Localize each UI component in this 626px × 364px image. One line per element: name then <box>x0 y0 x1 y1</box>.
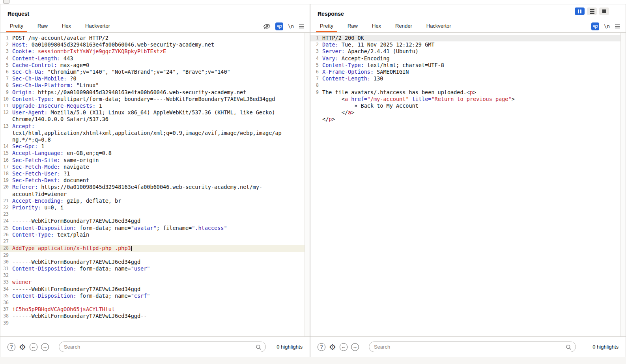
code-line[interactable]: 5Content-Type: text/html; charset=UTF-8 <box>310 62 620 69</box>
code-line[interactable]: 32 <box>0 272 305 279</box>
response-tab-render[interactable]: Render <box>391 20 416 32</box>
code-line[interactable]: 21Accept-Encoding: gzip, deflate, br <box>0 198 305 204</box>
response-scrollbar[interactable] <box>620 33 626 336</box>
line-text: Accept-Encoding: gzip, deflate, br <box>12 198 283 204</box>
previous-match-icon[interactable]: ← <box>340 343 348 351</box>
code-line[interactable]: 28AddType application/x-httpd-php .php3 <box>0 245 305 252</box>
code-line[interactable]: 1POST /my-account/avatar HTTP/2 <box>0 35 305 41</box>
code-line[interactable]: 15Accept-Language: en-GB,en;q=0.8 <box>0 150 305 157</box>
code-line[interactable]: 24------WebKitFormBoundaryT7AEVwLJ6ed34g… <box>0 218 305 224</box>
response-tab-hackvertor[interactable]: Hackvertor <box>422 20 455 32</box>
line-text: Sec-Fetch-User: ?1 <box>12 170 283 177</box>
code-line[interactable]: 3Server: Apache/2.4.41 (Ubuntu) <box>310 48 620 55</box>
code-line[interactable]: 12User-Agent: Mozilla/5.0 (X11; Linux x8… <box>0 109 305 123</box>
hide-nonprinting-icon[interactable] <box>263 23 271 30</box>
code-line[interactable]: 29 <box>0 252 305 259</box>
single-panel-view-button[interactable] <box>599 7 609 15</box>
code-line[interactable]: 8 <box>310 82 620 89</box>
code-line[interactable]: 1HTTP/2 200 OK <box>310 35 620 41</box>
code-line[interactable]: </a> <box>310 109 620 116</box>
code-line[interactable]: 9The file avatars/.htaccess has been upl… <box>310 89 620 96</box>
code-line[interactable]: 11Upgrade-Insecure-Requests: 1 <box>0 103 305 109</box>
code-line[interactable]: 23 <box>0 211 305 218</box>
code-line[interactable]: 14Sec-Gpc: 1 <box>0 143 305 150</box>
line-text: Sec-Gpc: 1 <box>12 143 283 150</box>
request-tab-pretty[interactable]: Pretty <box>6 20 27 32</box>
newline-toggle-icon[interactable]: \n <box>604 23 610 29</box>
code-line[interactable]: 34------WebKitFormBoundaryT7AEVwLJ6ed34g… <box>0 286 305 293</box>
response-search-input[interactable] <box>369 342 576 352</box>
code-line[interactable]: 35Content-Disposition: form-data; name="… <box>0 293 305 299</box>
line-text <box>12 299 283 306</box>
line-number: 38 <box>0 313 12 319</box>
code-line[interactable]: 4Content-Length: 443 <box>0 55 305 62</box>
previous-match-icon[interactable]: ← <box>30 343 37 351</box>
code-line[interactable]: 9Origin: https://0a010098045d32948163e4f… <box>0 89 305 96</box>
code-line[interactable]: 25Content-Disposition: form-data; name="… <box>0 225 305 231</box>
code-line[interactable]: 7Sec-Ch-Ua-Mobile: ?0 <box>0 75 305 82</box>
code-line[interactable]: 37iC5ho5pPBHqdVCAgOOh65jsACYLTHlul <box>0 306 305 313</box>
code-line[interactable]: 16Sec-Fetch-Site: same-origin <box>0 157 305 164</box>
line-text: User-Agent: Mozilla/5.0 (X11; Linux x86_… <box>12 109 283 123</box>
code-line[interactable]: 8Sec-Ch-Ua-Platform: "Linux" <box>0 82 305 89</box>
wrap-lines-icon[interactable] <box>591 22 599 30</box>
help-icon[interactable]: ? <box>318 343 325 351</box>
code-line[interactable]: 6Sec-Ch-Ua: "Chromium";v="140", "Not=A?B… <box>0 69 305 75</box>
code-line[interactable]: 5Cache-Control: max-age=0 <box>0 62 305 69</box>
line-number: 15 <box>0 150 12 157</box>
code-line[interactable]: 2Host: 0a010098045d32948163e4fa00b60046.… <box>0 41 305 48</box>
newline-toggle-icon[interactable]: \n <box>288 23 294 29</box>
code-line[interactable]: 6X-Frame-Options: SAMEORIGIN <box>310 69 620 75</box>
code-line[interactable]: 30------WebKitFormBoundaryT7AEVwLJ6ed34g… <box>0 259 305 265</box>
code-line[interactable]: 19Sec-Fetch-Dest: document <box>0 177 305 184</box>
response-tab-hex[interactable]: Hex <box>368 20 385 32</box>
split-columns-view-button[interactable] <box>575 7 585 15</box>
code-line[interactable]: </p> <box>310 116 620 123</box>
split-rows-view-button[interactable] <box>587 7 597 15</box>
code-line[interactable]: 18Sec-Fetch-User: ?1 <box>0 170 305 177</box>
request-editor[interactable]: 1POST /my-account/avatar HTTP/22Host: 0a… <box>0 33 310 336</box>
code-line[interactable]: 36 <box>0 299 305 306</box>
line-text: Sec-Fetch-Mode: navigate <box>12 164 283 170</box>
request-tab-hex[interactable]: Hex <box>58 20 75 32</box>
code-line[interactable]: 4Vary: Accept-Encoding <box>310 55 620 62</box>
code-line[interactable]: 31Content-Disposition: form-data; name="… <box>0 265 305 272</box>
code-line[interactable]: 10Content-Type: multipart/form-data; bou… <box>0 96 305 103</box>
code-line[interactable]: <a href="/my-account" title="Return to p… <box>310 96 620 103</box>
code-line[interactable]: 39 <box>0 320 305 327</box>
line-text <box>322 82 620 89</box>
code-line[interactable]: 38------WebKitFormBoundaryT7AEVwLJ6ed34g… <box>0 313 305 319</box>
search-settings-gear-icon[interactable]: ⚙ <box>329 343 336 351</box>
code-line[interactable]: 27 <box>0 238 305 245</box>
code-line[interactable]: 7Content-Length: 130 <box>310 75 620 82</box>
code-line[interactable]: 17Sec-Fetch-Mode: navigate <box>0 164 305 170</box>
wrap-lines-icon[interactable] <box>275 22 283 30</box>
request-tab-hackvertor[interactable]: Hackvertor <box>81 20 114 32</box>
code-line[interactable]: 26Content-Type: text/plain <box>0 231 305 238</box>
code-line[interactable]: 3Cookie: session=brIstYsWYje9gqcZYKQBpky… <box>0 48 305 55</box>
next-match-icon[interactable]: → <box>41 343 49 351</box>
next-match-icon[interactable]: → <box>351 343 359 351</box>
response-tabbar: PrettyRawHexRenderHackvertor \n <box>310 20 626 33</box>
line-text <box>12 238 283 245</box>
response-tab-raw[interactable]: Raw <box>344 20 362 32</box>
line-number: 8 <box>310 82 322 89</box>
response-editor[interactable]: 1HTTP/2 200 OK2Date: Tue, 11 Nov 2025 12… <box>310 33 626 336</box>
code-line[interactable]: 22Priority: u=0, i <box>0 204 305 211</box>
help-icon[interactable]: ? <box>7 343 15 351</box>
code-line[interactable]: 20Referer: https://0a010098045d32948163e… <box>0 184 305 197</box>
code-line[interactable]: « Back to My Account <box>310 103 620 109</box>
code-line[interactable]: 33wiener <box>0 279 305 286</box>
request-search-input[interactable] <box>59 342 266 352</box>
line-text: iC5ho5pPBHqdVCAgOOh65jsACYLTHlul <box>12 306 283 313</box>
editor-menu-icon[interactable] <box>615 24 620 29</box>
request-scrollbar[interactable] <box>305 33 310 336</box>
line-text: wiener <box>12 279 283 286</box>
line-text: « Back to My Account <box>322 103 620 109</box>
code-line[interactable]: 2Date: Tue, 11 Nov 2025 12:12:29 GMT <box>310 41 620 48</box>
code-line[interactable]: 13Accept: text/html,application/xhtml+xm… <box>0 123 305 144</box>
response-tab-pretty[interactable]: Pretty <box>316 20 337 32</box>
search-settings-gear-icon[interactable]: ⚙ <box>19 343 26 351</box>
editor-menu-icon[interactable] <box>299 24 304 29</box>
request-tab-raw[interactable]: Raw <box>34 20 52 32</box>
